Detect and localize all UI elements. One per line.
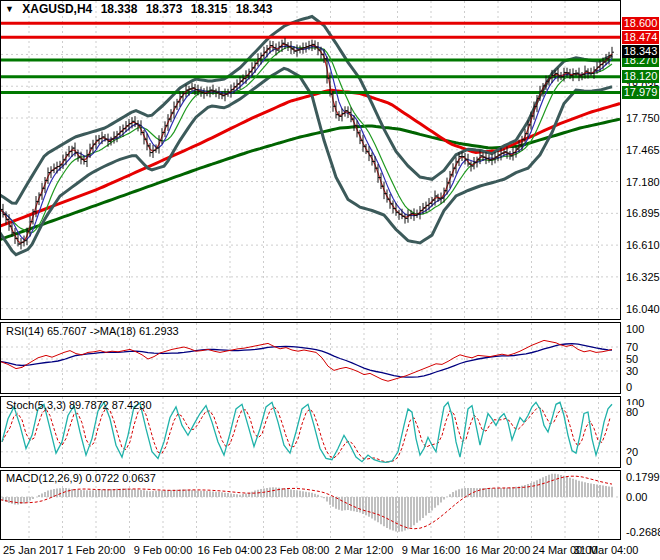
symbol-period-label: XAGUSD,H4 <box>22 2 92 16</box>
low-price: 18.315 <box>191 2 228 16</box>
time-tick-label: 9 Mar 16:00 <box>402 544 461 556</box>
price-tick-label: 16.895 <box>625 206 660 220</box>
support-level-label: 17.979 <box>622 86 659 99</box>
indicator-scale-label: 0 <box>625 380 633 394</box>
price-tick-label: 16.040 <box>625 302 660 316</box>
high-price: 18.373 <box>146 2 183 16</box>
indicator-scale-label: 0 <box>625 454 633 468</box>
current-price-label: 18.343 <box>622 45 659 58</box>
resistance-level-label: 18.474 <box>622 31 659 44</box>
indicator-scale-label: 100 <box>625 322 645 336</box>
time-tick-label: 9 Feb 00:00 <box>134 544 193 556</box>
price-tick-label: 17.465 <box>625 143 660 157</box>
main-chart-panel[interactable] <box>0 0 660 320</box>
time-tick-label: 25 Jan 2017 <box>3 544 64 556</box>
time-tick-label: 31 Mar 04:00 <box>574 544 639 556</box>
resistance-level-label: 18.600 <box>622 17 659 30</box>
symbol-dropdown-icon[interactable]: ▼ <box>5 4 14 14</box>
indicator-scale-label: 80 <box>625 405 639 419</box>
open-price: 18.338 <box>101 2 138 16</box>
macd-indicator-label: MACD(12,26,9) 0.0722 0.0637 <box>6 472 156 484</box>
indicator-scale-label: 0.1799 <box>625 470 660 484</box>
rsi-indicator-label: RSI(14) 65.7607 ->MA(18) 61.2933 <box>6 325 179 337</box>
stoch-indicator-label: Stoch(5,3,3) 89.7872 87.4230 <box>6 399 152 411</box>
time-tick-label: 16 Mar 20:00 <box>466 544 531 556</box>
time-tick-label: 16 Feb 04:00 <box>198 544 263 556</box>
price-tick-label: 16.610 <box>625 238 660 252</box>
price-tick-label: 16.325 <box>625 270 660 284</box>
indicator-scale-label: -0.2688 <box>625 525 660 539</box>
time-tick-label: 2 Mar 12:00 <box>335 544 394 556</box>
chart-title: ▼ XAGUSD,H4 18.338 18.373 18.315 18.343 <box>5 2 277 16</box>
support-level-label: 18.120 <box>622 70 659 83</box>
indicator-scale-label: 30 <box>625 364 639 378</box>
trading-chart-window: ▼ XAGUSD,H4 18.338 18.373 18.315 18.343 … <box>0 0 660 560</box>
indicator-scale-label: 0.00 <box>625 490 648 504</box>
price-tick-label: 17.180 <box>625 175 660 189</box>
time-tick-label: 23 Feb 08:00 <box>265 544 330 556</box>
time-tick-label: 1 Feb 20:00 <box>67 544 126 556</box>
price-tick-label: 17.750 <box>625 111 660 125</box>
close-price: 18.343 <box>236 2 273 16</box>
